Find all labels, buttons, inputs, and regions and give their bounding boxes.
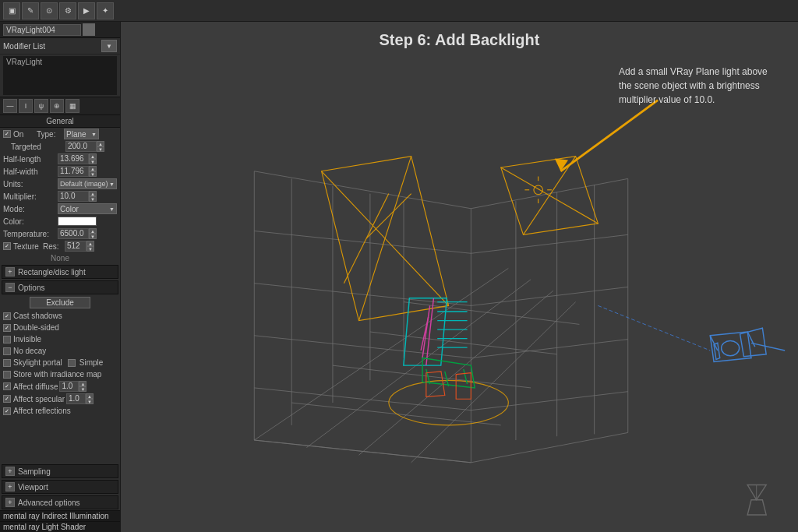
vray-light-label: VRayLight bbox=[6, 58, 114, 66]
affect-specular-spinner[interactable]: ▲▼ bbox=[86, 393, 94, 404]
units-label: Units: bbox=[3, 180, 58, 188]
store-irradiance-label: Store with irradiance map bbox=[13, 370, 101, 379]
svg-line-58 bbox=[464, 369, 468, 384]
affect-specular-row: Affect specular 1.0 ▲▼ bbox=[0, 393, 120, 405]
sampling-section[interactable]: + Sampling bbox=[2, 464, 118, 478]
mental-ray-shader-row[interactable]: mental ray Light Shader bbox=[0, 521, 120, 532]
svg-point-65 bbox=[722, 340, 740, 355]
multiplier-value[interactable]: 10.0 bbox=[58, 191, 89, 202]
options-expand-icon: − bbox=[5, 283, 15, 292]
skylight-portal-row: Skylight portal Simple bbox=[0, 357, 120, 368]
temperature-value[interactable]: 6500.0 bbox=[58, 228, 89, 239]
object-name-input[interactable] bbox=[3, 24, 81, 36]
viewport-expand-icon: + bbox=[5, 482, 15, 491]
type-label: Type: bbox=[37, 130, 64, 139]
icon-add[interactable]: ⊕ bbox=[50, 99, 64, 113]
svg-line-29 bbox=[471, 340, 627, 358]
affect-reflections-checkbox[interactable] bbox=[3, 407, 11, 415]
svg-marker-72 bbox=[747, 500, 766, 515]
rect-expand-icon: + bbox=[5, 267, 15, 277]
affect-specular-checkbox[interactable] bbox=[3, 395, 11, 403]
annotation-arrow bbox=[555, 100, 658, 171]
sampling-expand-icon: + bbox=[5, 467, 15, 476]
half-width-value[interactable]: 11.796 bbox=[58, 166, 89, 177]
svg-line-0 bbox=[254, 268, 508, 440]
affect-diffuse-spinner[interactable]: ▲▼ bbox=[79, 381, 87, 392]
targeted-value[interactable]: 200.0 bbox=[65, 141, 97, 152]
svg-line-28 bbox=[471, 287, 627, 305]
on-type-row: On Type: Plane ▼ bbox=[0, 128, 120, 140]
temperature-spinner[interactable]: ▲▼ bbox=[89, 228, 97, 239]
type-dropdown[interactable]: Plane ▼ bbox=[64, 129, 99, 139]
double-sided-checkbox[interactable] bbox=[3, 324, 11, 332]
mode-value: Color bbox=[60, 205, 79, 213]
multiplier-row: Multiplier: 10.0 ▲▼ bbox=[0, 190, 120, 203]
toolbar-btn-2[interactable]: ✎ bbox=[22, 2, 39, 19]
advanced-label: Advanced options bbox=[18, 499, 80, 507]
toolbar-btn-6[interactable]: ✦ bbox=[97, 2, 114, 19]
icon-grid[interactable]: ▦ bbox=[65, 99, 79, 113]
texture-res-value[interactable]: 512 bbox=[65, 241, 87, 252]
cast-shadows-label: Cast shadows bbox=[13, 312, 62, 320]
mental-ray-shader-label: mental ray Light Shader bbox=[3, 523, 86, 531]
color-label: Color: bbox=[3, 217, 58, 226]
watermark-icon bbox=[747, 485, 766, 515]
svg-line-27 bbox=[471, 234, 627, 253]
viewport[interactable]: Step 6: Add Backlight Add a small VRay P… bbox=[121, 22, 798, 532]
icon-wire[interactable]: ψ bbox=[34, 99, 48, 113]
rect-section[interactable]: + Rectangle/disc light bbox=[2, 265, 118, 279]
cast-shadows-checkbox[interactable] bbox=[3, 312, 11, 320]
texture-res-spinner[interactable]: ▲▼ bbox=[87, 241, 94, 252]
half-width-spinner[interactable]: ▲▼ bbox=[89, 166, 97, 177]
multiplier-spinner[interactable]: ▲▼ bbox=[89, 191, 97, 202]
general-section-title: General bbox=[0, 115, 120, 128]
targeted-spinner[interactable]: ▲▼ bbox=[97, 141, 104, 152]
mode-dropdown[interactable]: Color ▼ bbox=[58, 203, 117, 214]
affect-diffuse-value[interactable]: 1.0 bbox=[59, 381, 79, 392]
viewport-section[interactable]: + Viewport bbox=[2, 480, 118, 494]
affect-diffuse-checkbox[interactable] bbox=[3, 382, 11, 390]
svg-point-39 bbox=[534, 185, 543, 195]
units-dropdown[interactable]: Default (image) ▼ bbox=[58, 178, 117, 189]
options-section-label: Options bbox=[18, 284, 44, 292]
simple-label: Simple bbox=[79, 358, 104, 367]
no-decay-row: No decay bbox=[0, 345, 120, 357]
mental-ray-row[interactable]: mental ray Indirect Illumination bbox=[0, 510, 120, 521]
invisible-checkbox[interactable] bbox=[3, 336, 11, 344]
exclude-button[interactable]: Exclude bbox=[30, 297, 90, 308]
skylight-portal-checkbox[interactable] bbox=[3, 359, 11, 367]
object-color-btn[interactable] bbox=[83, 23, 95, 36]
options-section[interactable]: − Options bbox=[2, 280, 118, 294]
affect-specular-value[interactable]: 1.0 bbox=[66, 393, 86, 404]
double-sided-row: Double-sided bbox=[0, 322, 120, 333]
object-name-bar bbox=[0, 22, 120, 38]
modifier-list-row: Modifier List ▼ bbox=[0, 38, 120, 55]
svg-line-6 bbox=[333, 365, 531, 388]
svg-line-17 bbox=[254, 231, 471, 254]
on-checkbox[interactable] bbox=[3, 130, 11, 138]
affect-reflections-row: Affect reflections bbox=[0, 405, 120, 417]
mode-row: Mode: Color ▼ bbox=[0, 203, 120, 215]
toolbar-btn-1[interactable]: ▣ bbox=[3, 2, 20, 19]
icon-move[interactable]: I bbox=[19, 99, 33, 113]
toolbar-btn-4[interactable]: ⚙ bbox=[59, 2, 76, 19]
svg-line-35 bbox=[344, 194, 389, 284]
store-irradiance-checkbox[interactable] bbox=[3, 371, 11, 379]
no-decay-checkbox[interactable] bbox=[3, 347, 11, 355]
targeted-label: Targeted bbox=[11, 143, 65, 151]
half-length-spinner[interactable]: ▲▼ bbox=[89, 153, 97, 164]
texture-checkbox[interactable] bbox=[3, 242, 11, 250]
half-length-label: Half-length bbox=[3, 155, 58, 164]
toolbar-btn-5[interactable]: ▶ bbox=[78, 2, 95, 19]
advanced-section[interactable]: + Advanced options bbox=[2, 495, 118, 509]
simple-checkbox[interactable] bbox=[68, 359, 76, 367]
svg-line-38 bbox=[523, 157, 575, 235]
half-length-value[interactable]: 13.696 bbox=[58, 153, 89, 164]
icon-pin[interactable]: — bbox=[3, 99, 17, 113]
modifier-list-dropdown[interactable]: ▼ bbox=[101, 40, 117, 52]
color-swatch[interactable] bbox=[58, 217, 97, 226]
toolbar-btn-3[interactable]: ⊙ bbox=[41, 2, 58, 19]
cast-shadows-row: Cast shadows bbox=[0, 310, 120, 322]
svg-line-10 bbox=[254, 440, 471, 463]
skylight-portal-label: Skylight portal bbox=[13, 358, 62, 367]
